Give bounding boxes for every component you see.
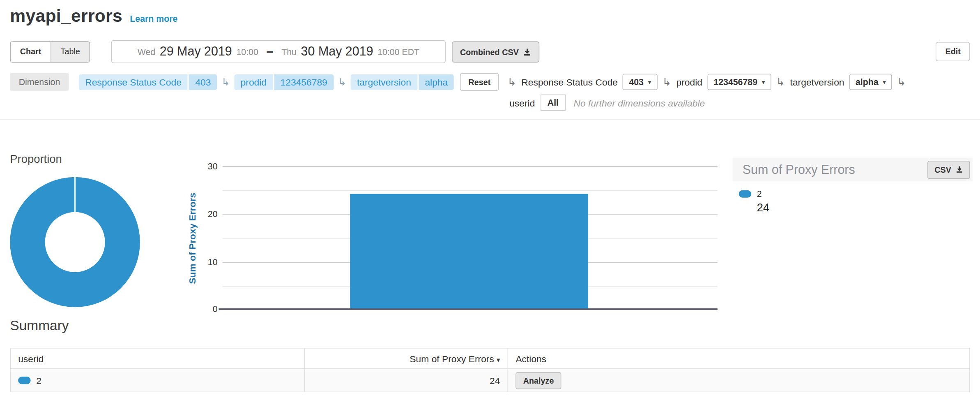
dropdown-value: All [548, 97, 559, 107]
page-title: myapi_errors [10, 6, 122, 26]
start-date: 29 May 2019 [160, 44, 232, 59]
next-dimension-row: userid All No further dimensions availab… [509, 95, 705, 111]
chevron-down-icon: ▾ [883, 79, 886, 86]
donut-slice-divider [74, 177, 76, 213]
toolbar: Chart Table Wed 29 May 2019 10:00 – Thu … [10, 40, 970, 64]
combined-csv-button[interactable]: Combined CSV [452, 41, 539, 62]
page-header: myapi_errors Learn more [10, 6, 177, 26]
breadcrumb-name[interactable]: Response Status Code [79, 74, 188, 90]
table-row: 2 24 Analyze [10, 369, 970, 392]
drilldown-arrow-icon: ↳ [776, 75, 785, 88]
selector-dropdown-prodid[interactable]: 123456789 ▾ [707, 74, 771, 90]
chevron-down-icon: ▾ [762, 79, 765, 86]
series-value: 24 [757, 201, 973, 215]
breadcrumb-name[interactable]: prodid [234, 74, 273, 90]
selector-dropdown-targetversion[interactable]: alpha ▾ [849, 74, 892, 90]
analyze-button[interactable]: Analyze [515, 372, 561, 389]
selector-name-prodid: prodid [676, 76, 702, 87]
y-axis-label: Sum of Proxy Errors [186, 193, 197, 284]
column-header-sum-of-proxy-errors[interactable]: Sum of Proxy Errors▾ [305, 348, 508, 369]
breadcrumb-targetversion: targetversion alpha [351, 74, 454, 90]
selector-name-targetversion: targetversion [790, 76, 844, 87]
legend-header: Sum of Proxy Errors CSV [732, 157, 972, 181]
start-time: 10:00 [236, 46, 258, 56]
drilldown-arrow-icon: ↳ [897, 75, 906, 88]
dimension-selectors: ↳ Response Status Code 403 ▾ ↳ prodid 12… [507, 74, 906, 90]
y-tick-label: 20 [194, 209, 218, 219]
summary-title: Summary [10, 318, 69, 334]
selector-name-response-status-code: Response Status Code [521, 76, 618, 87]
tab-table[interactable]: Table [51, 42, 89, 62]
drilldown-arrow-icon: ↳ [507, 75, 516, 88]
column-header-actions[interactable]: Actions [508, 348, 970, 369]
donut-chart [10, 177, 140, 308]
legend-panel: Sum of Proxy Errors CSV 2 24 [732, 157, 972, 214]
cell-actions: Analyze [508, 369, 970, 392]
dropdown-value: 123456789 [713, 77, 757, 87]
csv-button[interactable]: CSV [928, 160, 970, 178]
breadcrumb-response-status-code: Response Status Code 403 [79, 74, 217, 90]
donut-hole [45, 212, 105, 272]
divider [0, 119, 980, 120]
date-range-dash: – [267, 44, 274, 59]
sort-desc-icon: ▾ [497, 356, 500, 363]
selector-name-userid: userid [509, 97, 535, 108]
dimension-breadcrumb: Response Status Code 403 ↳ prodid 123456… [79, 74, 454, 90]
series-swatch [18, 377, 30, 384]
legend-item[interactable]: 2 [739, 189, 973, 199]
view-toggle: Chart Table [10, 41, 90, 62]
no-more-dimensions-text: No further dimensions available [574, 97, 705, 108]
userid-value: 2 [36, 375, 41, 386]
end-time: 10:00 EDT [377, 46, 419, 56]
drilldown-arrow-icon: ↳ [338, 76, 346, 88]
reset-button[interactable]: Reset [460, 73, 499, 91]
series-label: 2 [757, 189, 762, 199]
column-header-userid[interactable]: userid [10, 348, 305, 369]
chevron-down-icon: ▾ [648, 79, 651, 86]
series-swatch [739, 190, 751, 198]
x-axis-line [219, 308, 718, 310]
drilldown-arrow-icon: ↳ [663, 75, 672, 88]
combined-csv-label: Combined CSV [460, 47, 519, 57]
end-date: 30 May 2019 [301, 44, 373, 59]
breadcrumb-name[interactable]: targetversion [351, 74, 417, 90]
drilldown-arrow-icon: ↳ [221, 76, 230, 88]
learn-more-link[interactable]: Learn more [130, 14, 177, 23]
y-tick-label: 10 [194, 257, 218, 267]
dashboard: myapi_errors Learn more Chart Table Wed … [0, 0, 980, 398]
dimension-label: Dimension [10, 73, 69, 91]
gridline [223, 167, 718, 167]
cell-sum-of-proxy-errors: 24 [305, 369, 508, 392]
gridline [223, 190, 718, 191]
table-header-row: userid Sum of Proxy Errors▾ Actions [10, 348, 970, 369]
breadcrumb-value[interactable]: alpha [419, 74, 454, 90]
bar [350, 194, 588, 308]
date-range-picker[interactable]: Wed 29 May 2019 10:00 – Thu 30 May 2019 … [111, 40, 446, 63]
bar-chart: 30 20 10 0 [223, 167, 718, 310]
userid-all-selector[interactable]: All [541, 95, 566, 111]
tab-chart[interactable]: Chart [11, 42, 51, 62]
breadcrumb-value[interactable]: 403 [189, 74, 217, 90]
summary-table: userid Sum of Proxy Errors▾ Actions 2 24… [10, 348, 970, 392]
breadcrumb-prodid: prodid 123456789 [234, 74, 334, 90]
y-tick-label: 0 [194, 304, 218, 314]
csv-label: CSV [934, 165, 951, 174]
download-icon [523, 48, 531, 56]
breadcrumb-value[interactable]: 123456789 [274, 74, 334, 90]
proportion-title: Proportion [10, 153, 62, 166]
dropdown-value: alpha [856, 77, 879, 87]
edit-button[interactable]: Edit [936, 42, 970, 61]
y-tick-label: 30 [194, 162, 218, 171]
cell-userid: 2 [10, 369, 305, 392]
start-day: Wed [138, 46, 155, 56]
end-day: Thu [281, 46, 297, 56]
download-icon [956, 166, 963, 173]
selector-dropdown-response-status-code[interactable]: 403 ▾ [623, 74, 657, 90]
dimension-bar: Dimension Response Status Code 403 ↳ pro… [10, 73, 906, 91]
legend-title: Sum of Proxy Errors [743, 162, 855, 177]
dropdown-value: 403 [629, 77, 644, 87]
column-header-label: Sum of Proxy Errors [409, 353, 494, 364]
